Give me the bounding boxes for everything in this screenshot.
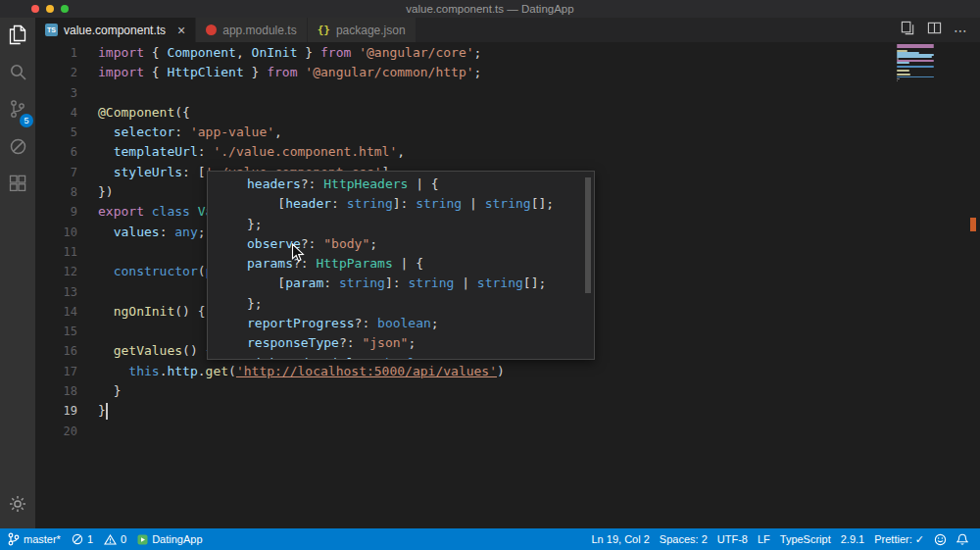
code-token: ?: bbox=[355, 316, 377, 330]
code-line[interactable]: 5 selector: 'app-value', bbox=[35, 123, 980, 142]
activity-item-debug[interactable] bbox=[0, 129, 35, 167]
text-caret bbox=[106, 403, 108, 420]
code-text: this.http.get('http://localhost:5000/api… bbox=[98, 362, 505, 381]
titlebar: value.component.ts — DatingApp bbox=[0, 0, 980, 18]
activity-item-explorer[interactable] bbox=[0, 18, 35, 55]
code-token bbox=[190, 204, 198, 219]
popup-line: responseType?: "json"; bbox=[247, 333, 584, 353]
problems-warnings[interactable]: 0 bbox=[104, 533, 126, 545]
code-token: 'app-value' bbox=[190, 125, 274, 139]
code-token bbox=[98, 343, 114, 358]
minimize-window-button[interactable] bbox=[46, 5, 54, 13]
code-line[interactable]: 17 this.http.get('http://localhost:5000/… bbox=[35, 362, 980, 381]
activity-item-settings[interactable] bbox=[0, 487, 35, 525]
problems-errors[interactable]: 1 bbox=[72, 533, 93, 545]
ts-version-status[interactable]: 2.9.1 bbox=[841, 533, 864, 545]
code-token: | { bbox=[408, 176, 438, 191]
code-line[interactable]: 19} bbox=[35, 401, 980, 421]
status-bar: master*10DatingApp Ln 19, Col 2Spaces: 2… bbox=[0, 528, 980, 550]
status-label: 2.9.1 bbox=[841, 533, 864, 545]
editor-region: TSvalue.component.ts×app.module.ts{}pack… bbox=[35, 18, 980, 528]
tab-label: value.component.ts bbox=[64, 24, 166, 37]
line-number: 16 bbox=[35, 341, 98, 361]
zoom-window-button[interactable] bbox=[61, 5, 69, 13]
code-token: header bbox=[285, 196, 331, 211]
status-label: master* bbox=[24, 533, 61, 545]
prettier-status[interactable]: Prettier: ✓ bbox=[874, 533, 924, 546]
encoding-status[interactable]: UTF-8 bbox=[717, 533, 748, 545]
main-area: 5 TSvalue.component.ts×app.module.ts{}pa… bbox=[0, 18, 980, 528]
code-line[interactable]: 2import { HttpClient } from '@angular/co… bbox=[35, 63, 980, 82]
error-icon bbox=[72, 533, 83, 545]
line-number: 4 bbox=[35, 103, 98, 123]
activity-item-extensions[interactable] bbox=[0, 167, 35, 204]
line-number: 3 bbox=[35, 83, 98, 103]
feedback[interactable] bbox=[934, 533, 947, 546]
editor[interactable]: 1import { Component, OnInit } from '@ang… bbox=[35, 42, 980, 528]
code-token: : bbox=[331, 196, 347, 211]
code-line[interactable]: 1import { Component, OnInit } from '@ang… bbox=[35, 43, 980, 63]
eol-status[interactable]: LF bbox=[758, 533, 770, 545]
intellisense-hover-popup[interactable]: headers?: HttpHeaders | { [header: strin… bbox=[207, 171, 595, 360]
code-line[interactable]: 18 } bbox=[35, 381, 980, 401]
explorer-icon bbox=[9, 25, 27, 49]
line-number: 11 bbox=[35, 242, 98, 262]
line-number: 5 bbox=[35, 123, 98, 142]
code-line[interactable]: 3 bbox=[35, 83, 980, 103]
code-token: ; bbox=[474, 45, 482, 60]
line-number: 9 bbox=[35, 202, 98, 222]
code-token: boolean bbox=[385, 356, 439, 360]
settings-icon bbox=[9, 495, 26, 517]
code-token: export bbox=[98, 204, 144, 219]
status-label: LF bbox=[758, 533, 770, 545]
indentation-status[interactable]: Spaces: 2 bbox=[660, 533, 708, 545]
code-token: | { bbox=[393, 256, 423, 271]
traffic-lights bbox=[31, 5, 69, 13]
branch-icon bbox=[8, 532, 20, 546]
minimap-line bbox=[897, 70, 909, 72]
notifications[interactable] bbox=[956, 533, 968, 546]
tab-package.json[interactable]: {}package.json bbox=[308, 18, 416, 42]
code-text: values: any; bbox=[98, 223, 206, 242]
open-changes-icon[interactable] bbox=[901, 21, 915, 39]
line-number: 12 bbox=[35, 262, 98, 281]
close-tab-icon[interactable]: × bbox=[177, 24, 185, 37]
line-number: 13 bbox=[35, 282, 98, 302]
cursor-position-status[interactable]: Ln 19, Col 2 bbox=[592, 533, 650, 545]
popup-line: [header: string]: string | string[]; bbox=[247, 194, 584, 214]
activity-item-source-control[interactable]: 5 bbox=[0, 92, 35, 129]
code-text: } bbox=[98, 381, 121, 401]
git-branch-status[interactable]: master* bbox=[8, 532, 61, 546]
code-line[interactable]: 4@Component({ bbox=[35, 103, 980, 123]
more-actions-icon[interactable]: ⋯ bbox=[954, 23, 968, 38]
code-token: import bbox=[98, 45, 144, 60]
ts-file-icon: TS bbox=[45, 24, 58, 36]
app-status[interactable]: DatingApp bbox=[137, 533, 202, 545]
editor-actions: ⋯ bbox=[901, 18, 980, 42]
activity-item-search[interactable] bbox=[0, 55, 35, 92]
language-status[interactable]: TypeScript bbox=[780, 533, 831, 545]
minimap-line bbox=[897, 78, 900, 80]
code-line[interactable]: 6 templateUrl: './value.component.html', bbox=[35, 142, 980, 162]
split-editor-icon[interactable] bbox=[927, 21, 942, 39]
code-line[interactable]: 20 bbox=[35, 422, 980, 441]
code-token: './value.component.html' bbox=[213, 144, 397, 159]
line-number: 7 bbox=[35, 163, 98, 182]
status-label: Prettier: ✓ bbox=[874, 533, 924, 546]
minimap[interactable] bbox=[897, 44, 936, 84]
popup-scrollbar[interactable] bbox=[585, 177, 591, 293]
minimap-line bbox=[897, 62, 909, 64]
code-token: } bbox=[298, 45, 320, 60]
code-token: ?: bbox=[301, 176, 323, 191]
code-token: , bbox=[397, 144, 405, 159]
code-token: ; bbox=[198, 225, 206, 239]
code-token: , bbox=[274, 125, 282, 139]
close-window-button[interactable] bbox=[31, 5, 39, 13]
code-token: : bbox=[198, 144, 214, 159]
code-token: Component bbox=[167, 45, 235, 60]
code-token: ]: bbox=[393, 196, 416, 211]
tab-label: app.module.ts bbox=[222, 24, 296, 37]
tab-value.component.ts[interactable]: TSvalue.component.ts× bbox=[35, 18, 196, 42]
tab-app.module.ts[interactable]: app.module.ts bbox=[196, 18, 307, 42]
code-token: @Component bbox=[98, 105, 174, 120]
